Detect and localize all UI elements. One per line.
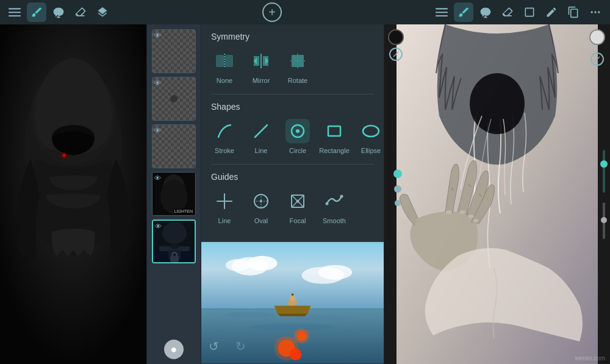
shapes-ellipse-icon [359,119,383,143]
opacity-slider-thumb[interactable] [601,217,607,223]
svg-rect-23 [170,256,179,262]
transform-right-btn[interactable] [542,2,561,22]
panel-slider-dot-1[interactable] [393,170,402,178]
eraser-right-btn[interactable] [498,2,517,22]
layer-thumb-1[interactable]: 👁 [152,29,196,73]
right-controls [589,29,605,66]
layers-panel: 👁 👁 👁 👁 LIGHTEN 👁 [146,24,201,364]
left-panel-sliders [393,170,402,206]
shapes-ellipse-label: Ellipse [361,147,381,154]
shapes-line-icon [249,119,273,143]
layer-thumb-4[interactable]: 👁 LIGHTEN [152,172,196,216]
shapes-ellipse[interactable]: Ellipse [357,119,384,154]
opacity-slider-track[interactable] [603,202,605,239]
redo-btn[interactable]: ↻ [230,336,251,357]
right-canvas[interactable] [384,24,610,364]
right-artwork-svg [384,24,610,364]
svg-point-40 [363,126,379,137]
svg-point-73 [293,329,311,335]
layer-thumb-2[interactable]: 👁 [152,77,196,121]
svg-rect-5 [436,15,448,16]
svg-point-76 [470,73,525,134]
guides-title: Guides [211,172,374,182]
svg-point-8 [598,11,600,13]
svg-rect-2 [9,15,21,16]
add-button[interactable]: + [262,2,282,22]
symmetry-options: None Mirror [211,49,374,84]
guides-line-icon [212,189,237,213]
brush-sliders [603,150,605,239]
layer-thumb-3[interactable]: 👁 [152,124,196,168]
select-right-btn[interactable] [520,2,539,22]
svg-rect-31 [298,55,304,60]
shapes-line[interactable]: Line [248,119,274,154]
svg-point-82 [468,215,474,218]
svg-rect-32 [292,62,297,67]
panel-slider-dot-3[interactable] [395,200,401,206]
svg-point-60 [318,265,352,280]
left-canvas [0,24,146,364]
svg-point-83 [473,219,478,223]
layer-add-btn[interactable]: ● [164,340,184,359]
opacity-indicator[interactable] [389,48,403,61]
symmetry-mirror-icon [249,49,273,73]
eraser-tool-btn[interactable] [71,2,90,22]
svg-rect-0 [9,8,21,9]
svg-rect-24 [216,55,224,67]
more-right-btn[interactable] [586,2,605,22]
smudge-tool-btn[interactable] [49,2,68,22]
svg-point-81 [459,210,465,214]
brush-right-btn[interactable] [454,2,473,22]
panel-slider-dot-2[interactable] [394,185,401,193]
guides-smooth[interactable]: Smooth [321,189,348,224]
right-tools [432,2,605,22]
guides-smooth-icon [322,189,346,213]
svg-rect-25 [225,55,233,67]
opacity-indicator-right[interactable] [590,52,604,66]
shapes-circle[interactable]: Circle [284,119,311,154]
creature-svg [0,24,146,364]
layer-eye-4: 👁 [154,174,161,182]
svg-point-67 [290,296,296,302]
shapes-stroke[interactable]: Stroke [211,119,238,154]
color-picker-left[interactable] [388,29,404,45]
layer-eye-1: 👁 [154,32,161,39]
guides-focal-label: Focal [290,217,306,224]
guides-focal[interactable]: Focal [284,189,311,224]
svg-point-46 [260,200,262,202]
symmetry-none[interactable]: None [211,49,238,84]
guides-line[interactable]: Line [211,189,238,224]
hamburger-menu-btn[interactable] [5,2,24,22]
undo-btn[interactable]: ↺ [203,336,224,357]
svg-point-74 [274,337,299,344]
shapes-options: Stroke Line [211,119,374,154]
svg-rect-3 [436,8,448,9]
layers-tool-btn[interactable] [93,2,112,22]
menu-right-btn[interactable] [432,2,451,22]
symmetry-rotate[interactable]: Rotate [284,49,311,84]
svg-point-62 [226,312,274,318]
layer-eye-3: 👁 [154,127,161,134]
svg-point-58 [226,259,250,271]
svg-point-80 [446,210,452,214]
left-canvas-artwork[interactable] [0,24,146,364]
symmetry-none-icon [212,49,237,73]
guides-smooth-label: Smooth [323,217,346,224]
smudge-right-btn[interactable] [476,2,495,22]
brush-tool-btn[interactable] [27,2,46,22]
copy-right-btn[interactable] [564,2,583,22]
shapes-circle-icon [285,119,310,143]
guides-oval[interactable]: Oval [248,189,274,224]
symmetry-mirror[interactable]: Mirror [248,49,274,84]
color-picker-right[interactable] [589,29,605,45]
svg-point-22 [170,244,179,249]
size-slider-track[interactable] [603,150,605,193]
shapes-rectangle[interactable]: Rectangle [321,119,348,154]
section-divider-2 [211,164,374,165]
symmetry-title: Symmetry [211,32,374,41]
size-slider-thumb[interactable] [600,160,608,168]
layer-thumb-5[interactable]: 👁 [152,219,196,263]
drawing-menu: Symmetry None [201,24,384,241]
toolbar-center: + [116,2,428,22]
layer-eye-2: 👁 [154,79,161,87]
